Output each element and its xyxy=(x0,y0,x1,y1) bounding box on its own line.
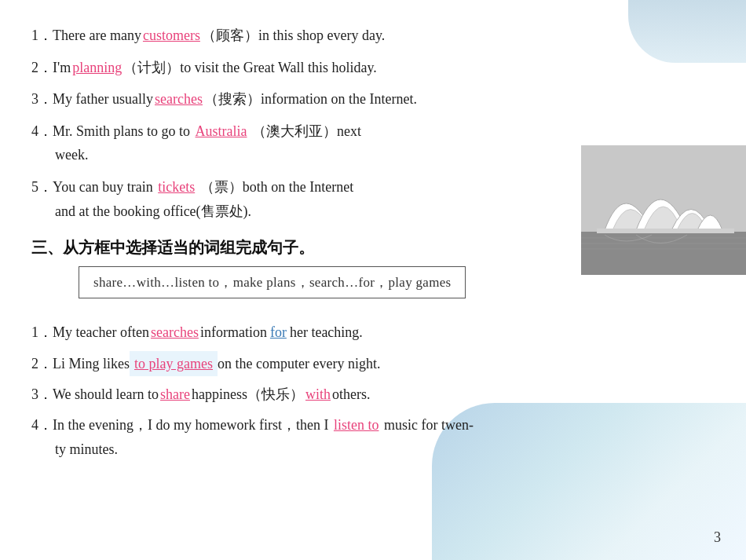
line-2-post: （计划）to visit the Great Wall this holiday… xyxy=(123,56,377,80)
s2-answer-share: share xyxy=(159,382,192,407)
line-5: 5．You can buy train tickets （票）both on t… xyxy=(31,175,550,223)
s2-line-3-pre: 3．We should learn to xyxy=(31,382,159,407)
s2-line-3: 3．We should learn to share happiness（快乐）… xyxy=(31,382,715,407)
line-3-pre: 3．My father usually xyxy=(31,87,153,112)
line-1-num: 1．There are many xyxy=(31,24,141,48)
s2-line-4-pre: 4．In the evening，I do my homework first，… xyxy=(31,417,332,433)
s2-answer-play-games: to play games xyxy=(130,351,218,377)
section-one: 1．There are many customers （顾客）in this s… xyxy=(31,24,715,223)
line-5-continuation: and at the booking office(售票处). xyxy=(31,199,550,224)
phrase-box: share…with…listen to，make plans，search…f… xyxy=(79,266,466,298)
s2-line-3-mid: happiness（快乐） xyxy=(192,382,304,407)
s2-line-3-post: others. xyxy=(332,382,371,407)
s2-line-2-pre: 2．Li Ming likes xyxy=(31,352,130,376)
line-3-post: （搜索）information on the Internet. xyxy=(204,87,417,112)
s2-answer-for: for xyxy=(267,320,290,345)
s2-line-1: 1．My teacher often searches information … xyxy=(31,320,715,345)
s2-line-4: 4．In the evening，I do my homework first，… xyxy=(31,413,715,461)
line-2-pre: 2．I'm xyxy=(31,56,71,80)
s2-line-4-continuation: ty minutes. xyxy=(31,437,715,462)
line-5-mid: （票）both on the Internet xyxy=(200,179,353,195)
s2-answer-listen-to: listen to xyxy=(332,417,381,433)
line-4-mid: （澳大利亚）next xyxy=(252,123,361,139)
page-number: 3 xyxy=(714,529,721,546)
s2-line-2-post: on the computer every night. xyxy=(218,352,380,376)
s2-answer-with: with xyxy=(304,382,332,407)
s2-line-2: 2．Li Ming likes to play games on the com… xyxy=(31,351,715,377)
s2-line-1-post: her teaching. xyxy=(290,320,363,345)
section-two-lines: 1．My teacher often searches information … xyxy=(31,320,715,461)
s2-line-4-mid: music for twen- xyxy=(384,417,474,433)
s2-line-1-pre: 1．My teacher often xyxy=(31,320,149,345)
line-5-pre: 5．You can buy train xyxy=(31,179,156,195)
line-1: 1．There are many customers （顾客）in this s… xyxy=(31,24,715,48)
line-2: 2．I'm planning （计划）to visit the Great Wa… xyxy=(31,56,715,80)
line-4-pre: 4．Mr. Smith plans to go to xyxy=(31,123,194,139)
line-3: 3．My father usually searches （搜索）informa… xyxy=(31,87,715,112)
answer-tickets: tickets xyxy=(156,179,196,195)
line-4-continuation: week. xyxy=(31,143,550,167)
line-1-post: （顾客）in this shop every day. xyxy=(202,24,385,48)
answer-searches: searches xyxy=(153,87,204,112)
answer-planning: planning xyxy=(71,56,123,80)
main-content: 1．There are many customers （顾客）in this s… xyxy=(0,0,746,483)
section-two-title: 三、从方框中选择适当的词组完成句子。 xyxy=(31,237,715,258)
answer-customers: customers xyxy=(141,24,202,48)
s2-line-1-mid: information xyxy=(200,320,267,345)
line-4: 4．Mr. Smith plans to go to Australia （澳大… xyxy=(31,119,550,167)
answer-australia: Australia xyxy=(194,123,249,139)
s2-answer-searches: searches xyxy=(149,320,200,345)
